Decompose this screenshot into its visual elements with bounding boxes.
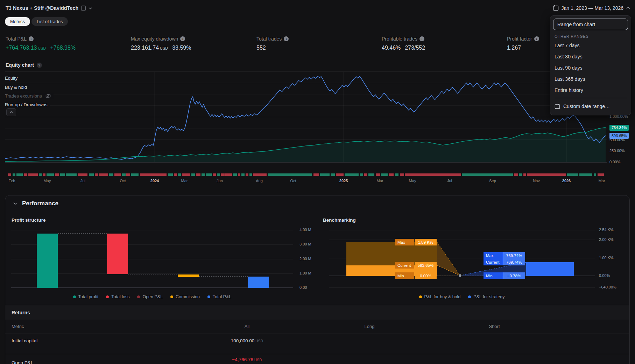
trade-marker [24,173,27,176]
chevron-up-icon [626,7,630,9]
benchmark-y-tick: 2.54 K% [599,228,614,232]
menu-item-custom-date-range-label: Custom date range… [563,104,610,109]
trade-marker [122,173,126,176]
info-icon[interactable]: i [534,36,539,41]
trade-marker [78,173,87,176]
chevron-down-icon[interactable] [89,7,92,9]
returns-row-metric: Initial capital [12,338,37,343]
x-axis-label: May [44,179,51,183]
trade-marker [8,173,11,176]
legend-dot [137,295,140,298]
legend-item[interactable]: P&L for buy & hold [419,294,461,299]
x-axis-label: Aug [256,179,263,183]
collapse-chart-button[interactable] [6,108,16,116]
legend-item[interactable]: P&L for strategy [468,294,505,299]
equity-legend-item-trades-excursions[interactable]: Trades excursions [5,93,54,99]
legend-dot [106,295,109,298]
profit-y-tick: 0.00 [299,285,307,290]
profit-structure-legend: Total profitTotal lossOpen P&LCommission… [11,294,293,299]
trade-marker [114,173,121,176]
trade-marker [39,173,42,176]
trade-marker [381,173,388,176]
benchmarking-legend: P&L for buy & holdP&L for strategy [329,294,595,299]
menu-item-last-365-days[interactable]: Last 365 days [550,73,631,85]
trade-marker [95,173,98,176]
trade-marker [217,173,220,176]
trade-marker [55,173,59,176]
trade-marker [400,173,404,176]
metric-extra-value: 33.59% [172,45,191,51]
equity-legend-item-buy-hold[interactable]: Buy & hold [5,84,29,91]
eye-off-icon[interactable] [45,94,51,98]
returns-column-short: Short [489,324,500,329]
metric-unit: USD [38,46,46,50]
trade-marker [225,173,232,176]
menu-item-custom-date-range[interactable]: Custom date range… [550,100,631,112]
benchmark-y-tick: 1.00 K% [599,256,614,260]
metric-extra-value: +768.98% [50,45,76,51]
legend-item[interactable]: Commission [170,294,200,299]
legend-item[interactable]: Total P&L [207,294,232,299]
menu-item-entire-history[interactable]: Entire history [550,85,631,96]
returns-section-header[interactable]: Returns [5,305,629,320]
legend-dot [170,295,173,298]
legend-dot [468,295,471,298]
menu-item-last-7-days[interactable]: Last 7 days [550,40,631,51]
legend-item[interactable]: Total loss [106,294,129,299]
info-icon[interactable]: i [180,36,185,41]
trade-marker [345,173,359,176]
last-value-badge: 764.34% [609,125,629,131]
menu-divider [555,98,627,98]
x-axis-label: Feb [9,179,15,183]
returns-row-value: 100,000.00USD [231,338,263,343]
strategy-title: T3 Nexus + Stiff @DaviddTech [6,5,78,11]
strategy-title-row[interactable]: T3 Nexus + Stiff @DaviddTech [6,5,92,11]
help-icon[interactable]: ? [37,63,42,68]
menu-item-last-30-days[interactable]: Last 30 days [550,51,631,62]
trade-marker [514,173,518,176]
legend-item[interactable]: Open P&L [137,294,163,299]
info-icon[interactable]: i [284,36,289,41]
performance-section-header[interactable]: Performance [13,200,58,207]
chevron-down-icon [13,202,17,205]
x-axis-label: 2025 [339,179,348,183]
trade-marker [331,173,335,176]
trade-marker [598,173,604,176]
metric-extra-value: 273/552 [405,45,425,51]
metric-value: +764,763.13 [6,45,37,51]
trade-marker [313,173,319,176]
trade-marker [47,173,54,176]
metric-label: Total trades [256,36,282,42]
legend-item[interactable]: Total profit [73,294,99,299]
equity-legend-item-run-up-drawdowns[interactable]: Run-up / Drawdowns [5,101,50,108]
trade-marker [241,173,245,176]
trade-marker [527,173,566,176]
info-icon[interactable]: i [29,36,34,41]
benchmark-y-tick: 0.00% [599,273,610,278]
metric-total-trades: Total tradesi552 [256,36,289,51]
trade-marker [182,173,190,176]
tab-list-of-trades[interactable]: List of trades [31,17,68,26]
x-axis-label: Sep [489,179,496,183]
trade-marker [336,173,344,176]
tab-metrics[interactable]: Metrics [5,17,30,26]
trade-marker [246,173,248,176]
equity-legend-item-equity[interactable]: Equity [5,75,20,81]
equity-chart-title-label: Equity chart [6,62,34,68]
menu-item-range-from-chart[interactable]: Range from chart [553,19,628,30]
legend-dot [73,295,76,298]
info-icon[interactable]: i [419,36,424,41]
legend-dot [419,295,422,298]
metric-profit-factor: Profit factori1.267 [507,36,539,51]
metric-profitable-trades: Profitable tradesi49.46%273/552 [382,36,425,51]
trade-marker [567,173,578,176]
trade-marker [178,173,181,176]
trade-marker [206,173,212,176]
x-axis-label: Nov [533,179,540,183]
x-axis-label: Jun [217,179,223,183]
copy-icon[interactable] [81,6,86,11]
menu-item-last-90-days[interactable]: Last 90 days [550,62,631,73]
x-axis-label: Oct [290,179,296,183]
trade-marker [202,173,205,176]
date-range-control[interactable]: Jan 1, 2023 — Mar 13, 2026 [553,5,630,11]
